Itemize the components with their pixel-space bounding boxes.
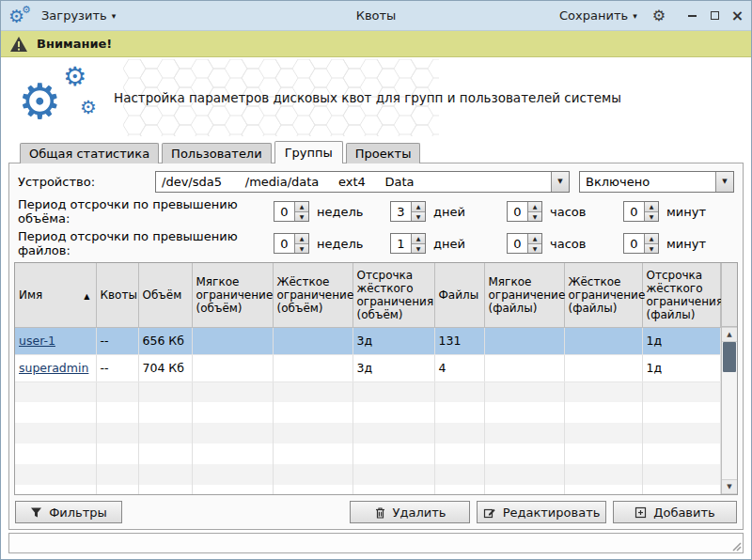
spin-down-icon[interactable]: ▼ <box>295 211 308 222</box>
spin-up-icon[interactable]: ▲ <box>528 234 541 243</box>
spin-down-icon[interactable]: ▼ <box>528 211 541 222</box>
column-header-volume[interactable]: Объём <box>138 263 192 327</box>
table-cell: 1д <box>642 354 721 381</box>
scrollbar-track[interactable] <box>722 342 737 479</box>
spin-down-icon[interactable]: ▼ <box>412 211 425 222</box>
table-cell <box>96 464 138 485</box>
save-menu-button[interactable]: Сохранить ▾ <box>559 8 637 23</box>
spin-down-icon[interactable]: ▼ <box>645 243 658 254</box>
resize-grip[interactable] <box>730 540 742 552</box>
hours-unit-label: часов <box>550 237 623 251</box>
filters-label: Фильтры <box>49 506 107 520</box>
scroll-up-icon[interactable]: ▲ <box>722 327 737 342</box>
chevron-down-icon[interactable]: ▼ <box>715 172 733 192</box>
table-cell <box>138 464 192 485</box>
weeks-unit-label: недель <box>317 205 390 219</box>
column-header-grace-volume[interactable]: Отсрочка жёсткого ограничения (объём) <box>352 263 434 327</box>
spinner-value: 0 <box>274 234 294 253</box>
tab-users[interactable]: Пользователи <box>162 143 272 163</box>
spin-up-icon[interactable]: ▲ <box>295 234 308 243</box>
table-cell <box>96 443 138 464</box>
table-cell <box>642 464 721 485</box>
table-cell <box>96 381 138 402</box>
files-minutes-spinner[interactable]: 0 ▲▼ <box>623 233 659 254</box>
maximize-button[interactable] <box>709 9 721 23</box>
files-hours-spinner[interactable]: 0 ▲▼ <box>507 233 542 254</box>
table-cell <box>642 402 721 423</box>
files-days-spinner[interactable]: 1 ▲▼ <box>390 233 426 254</box>
empty-row <box>15 443 721 464</box>
spin-down-icon[interactable]: ▼ <box>528 243 541 254</box>
scrollbar-thumb[interactable] <box>723 342 736 372</box>
spin-up-icon[interactable]: ▲ <box>645 202 658 211</box>
table-cell <box>352 381 434 402</box>
device-select[interactable]: /dev/sda5 /media/data ext4 Data ▼ <box>155 171 570 193</box>
sort-asc-icon: ▲ <box>84 292 89 301</box>
table-cell <box>138 402 192 423</box>
filters-button[interactable]: Фильтры <box>15 501 122 523</box>
grace-volume-label: Период отсрочки по превышению объёма: <box>18 197 274 226</box>
minutes-unit-label: минут <box>666 237 706 251</box>
spin-up-icon[interactable]: ▲ <box>645 234 658 243</box>
table-row-user-1[interactable]: user-1 -- 656 Кб 3д 131 1д <box>15 327 721 354</box>
settings-gear-icon[interactable]: ⚙ <box>652 8 666 23</box>
column-header-files[interactable]: Файлы <box>434 263 484 327</box>
files-weeks-spinner[interactable]: 0 ▲▼ <box>274 233 309 254</box>
quota-status-select[interactable]: Включено ▼ <box>579 171 734 193</box>
column-header-hard-limit-volume[interactable]: Жёсткое ограничение (объём) <box>273 263 352 327</box>
spin-up-icon[interactable]: ▲ <box>528 202 541 211</box>
column-header-soft-limit-volume[interactable]: Мягкое ограничение (объём) <box>192 263 273 327</box>
table-cell <box>15 381 96 402</box>
volume-hours-spinner[interactable]: 0 ▲▼ <box>507 201 542 222</box>
column-header-hard-limit-files[interactable]: Жёсткое ограничение (файлы) <box>564 263 642 327</box>
tab-projects[interactable]: Проекты <box>346 143 421 163</box>
volume-weeks-spinner[interactable]: 0 ▲▼ <box>274 201 309 222</box>
volume-days-spinner[interactable]: 3 ▲▼ <box>390 201 426 222</box>
table-cell <box>138 485 192 495</box>
column-header-soft-limit-files[interactable]: Мягкое ограничение (файлы) <box>484 263 564 327</box>
delete-button[interactable]: Удалить <box>350 501 470 523</box>
table-cell <box>484 402 564 423</box>
spinner-value: 0 <box>624 234 644 253</box>
grace-files-row: Период отсрочки по превышению файлов: 0 … <box>14 227 738 259</box>
spin-up-icon[interactable]: ▲ <box>412 234 425 243</box>
table-cell <box>434 423 484 443</box>
spin-up-icon[interactable]: ▲ <box>412 202 425 211</box>
load-menu-button[interactable]: Загрузить ▾ <box>41 8 116 23</box>
table-cell <box>434 381 484 402</box>
table-row-superadmin[interactable]: superadmin -- 704 Кб 3д 4 1д <box>15 354 721 381</box>
chevron-down-icon[interactable]: ▼ <box>551 172 569 192</box>
tab-groups[interactable]: Группы <box>274 141 343 163</box>
column-header-name[interactable]: ▲Имя <box>15 263 96 327</box>
empty-row <box>15 402 721 423</box>
table-cell <box>564 443 642 464</box>
table-cell <box>352 423 434 443</box>
spin-down-icon[interactable]: ▼ <box>645 211 658 222</box>
user-link[interactable]: superadmin <box>19 361 88 375</box>
add-button[interactable]: Добавить <box>613 501 737 523</box>
spinner-value: 0 <box>508 234 527 253</box>
volume-minutes-spinner[interactable]: 0 ▲▼ <box>623 201 659 222</box>
hero-section: ⚙⚙⚙ Настройка параметров дисковых квот д… <box>1 57 751 138</box>
table-cell <box>352 464 434 485</box>
empty-row <box>15 381 721 402</box>
column-header-grace-files[interactable]: Отсрочка жёсткого ограничения (файлы) <box>642 263 721 327</box>
warning-text: Внимание! <box>37 37 112 51</box>
table-cell <box>434 464 484 485</box>
table-cell <box>434 402 484 423</box>
tab-bar: Общая статистика Пользователи Группы Про… <box>1 138 751 163</box>
spin-down-icon[interactable]: ▼ <box>295 243 308 254</box>
tab-general-stats[interactable]: Общая статистика <box>20 143 159 163</box>
minimize-button[interactable] <box>686 9 698 23</box>
table-cell <box>564 402 642 423</box>
table-cell <box>192 354 273 381</box>
user-link[interactable]: user-1 <box>19 334 55 348</box>
spin-up-icon[interactable]: ▲ <box>295 202 308 211</box>
vertical-scrollbar[interactable]: ▲ ▼ <box>721 263 737 494</box>
edit-button[interactable]: Редактировать <box>477 501 606 523</box>
scroll-down-icon[interactable]: ▼ <box>722 479 737 494</box>
tab-content-frame: Устройство: /dev/sda5 /media/data ext4 D… <box>8 163 744 530</box>
close-button[interactable]: × <box>731 9 744 23</box>
column-header-quotas[interactable]: Квоты <box>96 263 138 327</box>
spin-down-icon[interactable]: ▼ <box>412 243 425 254</box>
